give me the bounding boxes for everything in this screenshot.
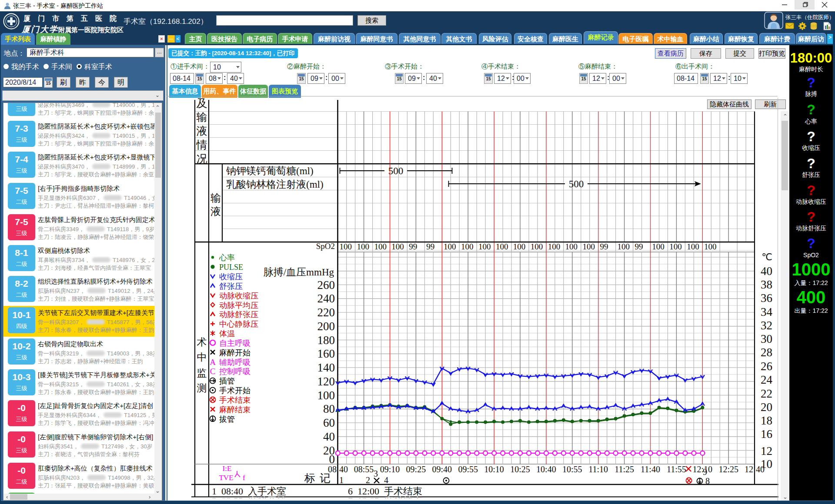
svg-text:PULSE: PULSE [219, 263, 243, 272]
svg-text:舒张压: 舒张压 [219, 282, 243, 291]
svg-text:09:25: 09:25 [406, 464, 426, 474]
svg-text:80: 80 [323, 402, 335, 415]
svg-text:160: 160 [317, 347, 335, 360]
svg-text:及: 及 [197, 97, 207, 109]
svg-text:I:E: I:E [223, 464, 232, 473]
svg-text:09:10: 09:10 [380, 464, 400, 474]
svg-text:心率: 心率 [219, 253, 235, 262]
svg-text:09:40: 09:40 [432, 464, 452, 474]
svg-text:℃: ℃ [762, 252, 772, 262]
svg-text:标记: 标记 [304, 472, 335, 484]
svg-text:200: 200 [317, 320, 335, 333]
svg-text:中心静脉压: 中心静脉压 [219, 320, 258, 328]
svg-text:输: 输 [210, 192, 221, 204]
svg-text:100: 100 [317, 389, 335, 402]
svg-text:240: 240 [317, 292, 335, 305]
svg-text:控制呼吸: 控制呼吸 [219, 367, 250, 376]
svg-text:乳酸钠林格注射液(ml): 乳酸钠林格注射液(ml) [226, 179, 324, 190]
svg-text:钠钾镁钙葡萄糖(ml): 钠钾镁钙葡萄糖(ml) [226, 166, 314, 176]
svg-text:260: 260 [317, 279, 335, 292]
svg-text:100: 100 [617, 242, 630, 251]
svg-text:40: 40 [761, 265, 772, 278]
svg-text:2: 2 [366, 475, 370, 485]
svg-text:34: 34 [761, 305, 773, 318]
svg-text:4: 4 [384, 475, 388, 485]
svg-text:18: 18 [761, 414, 772, 427]
svg-text:麻醉开始: 麻醉开始 [219, 348, 250, 357]
svg-text:100: 100 [565, 242, 578, 251]
svg-text:100: 100 [444, 242, 456, 251]
svg-text:手术结束: 手术结束 [219, 396, 250, 405]
svg-text:24: 24 [761, 373, 773, 386]
svg-text:500: 500 [569, 179, 584, 189]
svg-text:术: 术 [197, 337, 207, 348]
svg-text:32: 32 [761, 319, 772, 332]
svg-text:液: 液 [210, 206, 221, 217]
svg-text:100: 100 [374, 242, 387, 251]
svg-text:100: 100 [687, 242, 699, 251]
svg-text:动脉平均压: 动脉平均压 [219, 301, 258, 310]
svg-text:120: 120 [317, 375, 335, 388]
svg-text:180: 180 [317, 334, 335, 347]
svg-text:100: 100 [548, 242, 561, 251]
svg-text:100: 100 [669, 242, 682, 251]
svg-text:99: 99 [426, 242, 434, 251]
svg-text:收缩压: 收缩压 [219, 272, 243, 281]
svg-text:SpO2: SpO2 [316, 242, 335, 251]
svg-text:38: 38 [761, 278, 772, 291]
svg-text:1: 1 [339, 475, 344, 485]
svg-text:60: 60 [323, 416, 335, 429]
svg-text:26: 26 [761, 360, 772, 373]
svg-text:况: 况 [197, 153, 207, 165]
svg-text:40: 40 [339, 464, 348, 474]
svg-text:100: 100 [461, 242, 474, 251]
svg-text:脉搏/血压mmHg: 脉搏/血压mmHg [264, 267, 334, 278]
svg-text:22: 22 [761, 387, 772, 400]
svg-text:11:40: 11:40 [641, 464, 660, 474]
svg-text:自主呼吸: 自主呼吸 [219, 339, 250, 348]
svg-text:20: 20 [761, 401, 772, 414]
svg-text:99: 99 [600, 242, 608, 251]
svg-text:100: 100 [340, 242, 352, 251]
svg-text:140: 140 [317, 361, 335, 374]
svg-text:10:10: 10:10 [484, 464, 504, 474]
svg-text:100: 100 [513, 242, 526, 251]
svg-text:3: 3 [374, 469, 378, 478]
svg-text:100: 100 [357, 242, 369, 251]
svg-text:10:40: 10:40 [536, 464, 556, 474]
svg-text:11:55: 11:55 [667, 464, 686, 474]
svg-text:测: 测 [197, 383, 207, 394]
svg-text:动脉舒张压: 动脉舒张压 [219, 310, 258, 319]
svg-text:C: C [210, 367, 216, 376]
svg-text:拔管: 拔管 [219, 415, 235, 424]
svg-text:2 08:55 麻醉开始: 2 08:55 麻醉开始 [212, 495, 286, 501]
svg-text:12: 12 [745, 464, 753, 474]
svg-text:40: 40 [323, 430, 335, 443]
svg-text:12: 12 [761, 444, 772, 458]
svg-text:36: 36 [761, 292, 772, 305]
svg-text:99: 99 [635, 242, 643, 251]
svg-text:100: 100 [652, 242, 665, 251]
svg-text:220: 220 [317, 306, 335, 319]
svg-text:麻醉结束: 麻醉结束 [219, 405, 250, 414]
svg-text:11:25: 11:25 [615, 464, 634, 474]
svg-text:插管: 插管 [219, 377, 235, 385]
svg-text:9: 9 [703, 467, 707, 477]
svg-text:100: 100 [583, 242, 595, 251]
svg-text:100: 100 [496, 242, 508, 251]
svg-text:8: 8 [705, 476, 710, 486]
svg-text:情: 情 [196, 139, 207, 151]
svg-text:09:55: 09:55 [458, 464, 478, 474]
svg-text:10:25: 10:25 [510, 464, 530, 474]
svg-text:11:10: 11:10 [588, 464, 608, 474]
svg-text:28: 28 [761, 346, 772, 359]
svg-text:08:55: 08:55 [354, 464, 374, 474]
svg-text:16: 16 [761, 428, 772, 441]
svg-text:10:55: 10:55 [562, 464, 582, 474]
svg-text:0: 0 [329, 453, 335, 466]
svg-text:动脉收缩压: 动脉收缩压 [219, 292, 258, 300]
svg-text:12:25: 12:25 [718, 464, 738, 474]
svg-text:手术开始: 手术开始 [219, 386, 250, 395]
svg-text:f: f [243, 474, 245, 482]
svg-text:液: 液 [197, 125, 207, 137]
